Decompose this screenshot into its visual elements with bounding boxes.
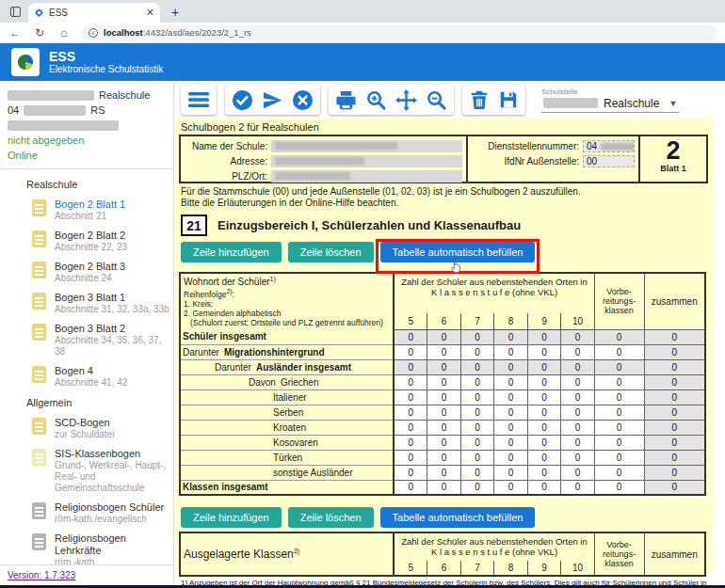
value-cell[interactable]: 0: [460, 389, 494, 405]
delete-trash-icon[interactable]: [469, 89, 490, 110]
value-cell[interactable]: 0: [561, 359, 595, 374]
value-cell[interactable]: 0: [427, 420, 461, 435]
address-field[interactable]: [271, 155, 462, 167]
value-cell[interactable]: 0: [561, 465, 595, 480]
value-cell[interactable]: 0: [494, 480, 528, 495]
value-cell[interactable]: 0: [394, 359, 427, 374]
sidebar-item[interactable]: Bogen 2 Blatt 1Abschnitt 21: [0, 196, 173, 227]
sidebar-item[interactable]: SIS-KlassenbogenGrund-, Werkreal-, Haupt…: [0, 445, 173, 499]
value-cell[interactable]: 0: [644, 344, 705, 359]
value-cell[interactable]: 0: [394, 480, 427, 495]
value-cell[interactable]: 0: [460, 344, 494, 359]
delete-row-button[interactable]: Zeile löschen: [288, 242, 374, 262]
value-cell[interactable]: 0: [561, 450, 595, 465]
value-cell[interactable]: 0: [594, 374, 644, 389]
value-cell[interactable]: 0: [494, 405, 528, 420]
value-cell[interactable]: 0: [594, 450, 644, 465]
value-cell[interactable]: 0: [594, 329, 644, 344]
value-cell[interactable]: 0: [594, 359, 644, 374]
value-cell[interactable]: 0: [561, 405, 595, 420]
sidebar-item[interactable]: Religionsbogen Lehrkräfteröm.-kath.: [0, 530, 173, 564]
zoom-in-icon[interactable]: [365, 89, 387, 111]
sidebar-item[interactable]: Bogen 3 Blatt 1Abschnitte 31, 32, 33a, 3…: [0, 289, 173, 320]
sidebar-item[interactable]: SCD-Bogenzur Schuldatei: [0, 414, 173, 445]
value-cell[interactable]: 0: [594, 465, 644, 480]
move-icon[interactable]: [395, 89, 417, 111]
value-cell[interactable]: 0: [494, 374, 528, 389]
value-cell[interactable]: 0: [527, 405, 561, 420]
value-cell[interactable]: 0: [644, 374, 705, 389]
value-cell[interactable]: 0: [460, 405, 494, 420]
address-bar[interactable]: i localhost:4432/asd/aes/2023/2_1_rs: [81, 25, 717, 40]
value-cell[interactable]: 0: [527, 480, 561, 495]
version-link[interactable]: Version: 1.7.323: [8, 570, 75, 580]
print-icon[interactable]: [335, 89, 357, 111]
value-cell[interactable]: 0: [494, 359, 528, 374]
value-cell[interactable]: 0: [594, 435, 644, 450]
tab-close-icon[interactable]: ✕: [146, 8, 154, 18]
value-cell[interactable]: 0: [460, 480, 494, 495]
send-icon[interactable]: [262, 89, 283, 111]
value-cell[interactable]: 0: [594, 344, 644, 359]
value-cell[interactable]: 0: [527, 420, 561, 435]
value-cell[interactable]: 0: [494, 435, 528, 450]
refresh-icon[interactable]: ↻: [32, 26, 47, 40]
value-cell[interactable]: 0: [394, 465, 427, 480]
value-cell[interactable]: 0: [494, 420, 528, 435]
home-icon[interactable]: ⌂: [56, 26, 72, 40]
value-cell[interactable]: 0: [460, 435, 494, 450]
value-cell[interactable]: 0: [427, 359, 461, 374]
menu-button[interactable]: [181, 85, 217, 115]
save-icon[interactable]: [498, 89, 519, 110]
site-info-icon[interactable]: i: [89, 28, 98, 38]
value-cell[interactable]: 0: [527, 389, 561, 405]
sidebar-item[interactable]: Bogen 2 Blatt 2Abschnitte 22, 23: [0, 227, 173, 258]
sidebar-item[interactable]: Religionsbogen Schülerröm-kath./evangeli…: [0, 499, 173, 530]
value-cell[interactable]: 0: [494, 389, 528, 405]
value-cell[interactable]: 0: [394, 420, 427, 435]
value-cell[interactable]: 0: [644, 359, 705, 374]
value-cell[interactable]: 0: [561, 374, 595, 389]
value-cell[interactable]: 0: [460, 329, 494, 344]
value-cell[interactable]: 0: [527, 329, 561, 344]
value-cell[interactable]: 0: [427, 329, 461, 344]
value-cell[interactable]: 0: [460, 374, 494, 389]
value-cell[interactable]: 0: [594, 480, 644, 495]
value-cell[interactable]: 0: [594, 405, 644, 420]
schulstelle-select[interactable]: Schulstelle Realschule ▼: [541, 87, 679, 113]
value-cell[interactable]: 0: [594, 420, 644, 435]
value-cell[interactable]: 0: [494, 329, 528, 344]
value-cell[interactable]: 0: [527, 344, 561, 359]
value-cell[interactable]: 0: [527, 465, 561, 480]
value-cell[interactable]: 0: [561, 480, 595, 495]
value-cell[interactable]: 0: [644, 405, 705, 420]
value-cell[interactable]: 0: [394, 405, 427, 420]
value-cell[interactable]: 0: [561, 420, 595, 435]
value-cell[interactable]: 0: [460, 359, 494, 374]
value-cell[interactable]: 0: [594, 389, 644, 405]
back-icon[interactable]: ←: [8, 26, 23, 40]
sidebar-item[interactable]: Bogen 4Abschnitte 41, 42: [0, 362, 173, 393]
value-cell[interactable]: 0: [394, 450, 427, 465]
value-cell[interactable]: 0: [460, 420, 494, 435]
value-cell[interactable]: 0: [527, 374, 561, 389]
ifdnr-field[interactable]: 00: [583, 155, 635, 167]
value-cell[interactable]: 0: [561, 389, 595, 405]
value-cell[interactable]: 0: [427, 435, 461, 450]
value-cell[interactable]: 0: [427, 374, 461, 389]
value-cell[interactable]: 0: [427, 480, 461, 495]
new-tab-button[interactable]: +: [166, 3, 185, 22]
value-cell[interactable]: 0: [561, 435, 595, 450]
value-cell[interactable]: 0: [644, 435, 705, 450]
sidebar-item[interactable]: Bogen 2 Blatt 3Abschnitte 24: [0, 258, 173, 289]
value-cell[interactable]: 0: [394, 389, 427, 405]
zoom-out-icon[interactable]: [426, 89, 447, 111]
confirm-check-icon[interactable]: [232, 89, 253, 111]
value-cell[interactable]: 0: [494, 344, 528, 359]
value-cell[interactable]: 0: [644, 389, 705, 405]
value-cell[interactable]: 0: [644, 465, 705, 480]
browser-tab[interactable]: ESS ✕: [28, 3, 160, 23]
cancel-x-icon[interactable]: [292, 89, 314, 111]
add-row-button-2[interactable]: Zeile hinzufügen: [181, 507, 282, 528]
value-cell[interactable]: 0: [561, 344, 595, 359]
